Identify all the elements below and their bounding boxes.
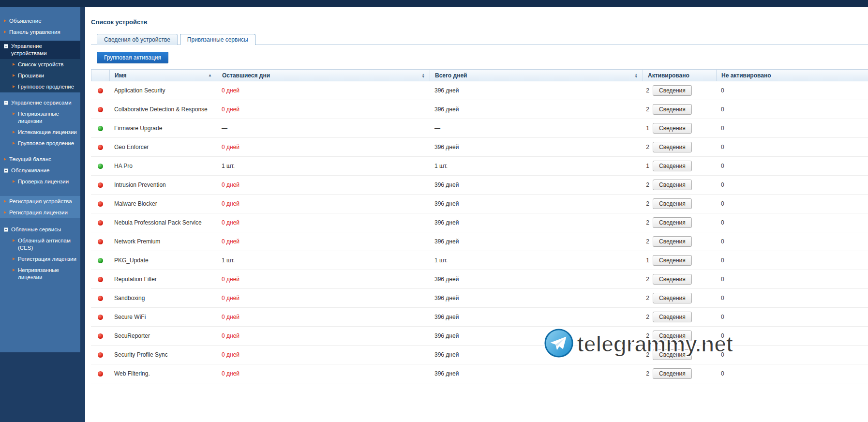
details-button[interactable]: Сведения	[653, 217, 692, 228]
sidebar-group-15[interactable]: Облачные сервисы	[0, 224, 80, 235]
collapse-icon[interactable]	[4, 101, 8, 105]
total-days: 1 шт.	[430, 163, 643, 169]
tab-1[interactable]: Привязанные сервисы	[180, 34, 255, 45]
remaining-days: 1 шт.	[217, 257, 430, 264]
remaining-days: 0 дней	[217, 295, 430, 301]
activated-count: 2	[643, 238, 649, 245]
details-button[interactable]: Сведения	[653, 180, 692, 190]
sidebar-group-2[interactable]: Управление устройствами	[0, 41, 80, 59]
details-button[interactable]: Сведения	[653, 142, 692, 152]
service-name: Secure WiFi	[109, 314, 217, 320]
details-button[interactable]: Сведения	[653, 293, 692, 303]
main-content: Список устройств Сведения об устройствеП…	[85, 7, 868, 422]
details-button[interactable]: Сведения	[653, 123, 692, 134]
activated-cell: 2Сведения	[643, 104, 716, 115]
status-dot-red	[98, 145, 103, 150]
total-days: 396 дней	[430, 314, 643, 320]
details-button[interactable]: Сведения	[653, 161, 692, 171]
top-bar	[0, 0, 868, 7]
column-header-2[interactable]: Оставшиеся дни▲▼	[217, 70, 430, 81]
details-button[interactable]: Сведения	[653, 255, 692, 266]
sidebar-item-16[interactable]: Облачный антиспам (CES)	[0, 235, 80, 254]
details-button[interactable]: Сведения	[653, 312, 692, 322]
sidebar-group-6[interactable]: Управление сервисами	[0, 97, 80, 108]
column-header-1[interactable]: Имя▲	[110, 70, 217, 81]
sidebar-item-9[interactable]: Групповое продление	[0, 138, 80, 149]
status-cell	[91, 88, 109, 93]
details-button[interactable]: Сведения	[653, 198, 692, 209]
activated-cell: 1Сведения	[643, 161, 716, 171]
column-header-3[interactable]: Всего дней▲▼	[430, 70, 643, 81]
sidebar-item-label: Объявление	[6, 17, 42, 25]
activated-cell: 2Сведения	[643, 293, 716, 303]
sidebar-item-label: Прошивки	[15, 72, 44, 79]
status-dot-red	[98, 239, 103, 244]
column-header-label: Не активировано	[721, 72, 771, 79]
group-activation-button[interactable]: Групповая активация	[97, 52, 168, 63]
sidebar-item-17[interactable]: Регистрация лицензии	[0, 254, 80, 265]
status-cell	[91, 296, 109, 301]
remaining-days: 0 дней	[217, 200, 430, 207]
sidebar-item-1[interactable]: Панель управления	[0, 27, 80, 38]
sidebar-item-14[interactable]: Регистрация лицензии	[0, 207, 80, 218]
total-days: 396 дней	[430, 144, 643, 151]
sort-asc-icon[interactable]: ▲	[208, 73, 212, 77]
activated-count: 2	[643, 144, 649, 151]
sidebar-item-label: Облачные сервисы	[8, 226, 61, 233]
not-activated-count: 0	[716, 351, 868, 358]
sidebar-item-label: Групповое продление	[15, 83, 74, 90]
table-row: Security Profile Sync0 дней396 дней2Свед…	[91, 346, 868, 364]
activated-count: 1	[643, 125, 649, 132]
total-days: 1 шт.	[430, 257, 643, 264]
activated-count: 2	[643, 276, 649, 283]
sort-icon[interactable]: ▲▼	[422, 73, 425, 78]
details-button[interactable]: Сведения	[653, 104, 692, 115]
sidebar-item-18[interactable]: Непривязанные лицензии	[0, 265, 80, 283]
table-row: Firmware Upgrade——1Сведения0	[91, 119, 868, 138]
column-header-5[interactable]: Не активировано	[717, 70, 868, 81]
sidebar-item-5[interactable]: Групповое продление	[0, 81, 80, 92]
tab-0[interactable]: Сведения об устройстве	[97, 34, 178, 45]
service-name: Nebula Professional Pack Service	[109, 219, 217, 226]
sidebar-divider	[80, 7, 85, 422]
sidebar-item-10[interactable]: Текущий баланс	[0, 154, 80, 165]
status-cell	[91, 145, 109, 150]
sidebar-group-11[interactable]: Обслуживание	[0, 165, 80, 176]
sidebar-item-0[interactable]: Объявление	[0, 15, 80, 27]
status-dot-red	[98, 333, 103, 339]
not-activated-count: 0	[716, 106, 868, 113]
service-name: Web Filtering.	[109, 370, 217, 377]
sidebar-item-label: Управление устройствами	[8, 43, 78, 57]
activated-count: 2	[643, 106, 649, 113]
devices-table: Имя▲Оставшиеся дни▲▼Всего дней▲▼Активиро…	[91, 69, 868, 383]
sidebar-item-label: Регистрация лицензии	[15, 256, 76, 263]
sidebar-item-12[interactable]: Проверка лицензии	[0, 176, 80, 187]
activated-count: 2	[643, 295, 649, 301]
sidebar-item-7[interactable]: Непривязанные лицензии	[0, 108, 80, 127]
details-button[interactable]: Сведения	[653, 85, 692, 96]
sidebar-bottom-fill	[0, 352, 80, 422]
sidebar-item-3[interactable]: Список устройств	[0, 59, 80, 70]
activated-count: 1	[643, 163, 649, 169]
not-activated-count: 0	[716, 219, 868, 226]
sidebar-item-4[interactable]: Прошивки	[0, 70, 80, 81]
activated-cell: 2Сведения	[643, 217, 716, 228]
details-button[interactable]: Сведения	[653, 236, 692, 247]
table-header-row: Имя▲Оставшиеся дни▲▼Всего дней▲▼Активиро…	[91, 69, 868, 81]
details-button[interactable]: Сведения	[653, 274, 692, 285]
remaining-days: 0 дней	[217, 314, 430, 320]
sort-icon[interactable]: ▲▼	[635, 73, 638, 78]
collapse-icon[interactable]	[4, 44, 8, 48]
sidebar-item-8[interactable]: Истекающие лицензии	[0, 127, 80, 138]
sidebar-item-13[interactable]: Регистрация устройства	[0, 196, 80, 207]
details-button[interactable]: Сведения	[653, 368, 692, 379]
column-header-4[interactable]: Активировано	[643, 70, 717, 81]
not-activated-count: 0	[716, 144, 868, 151]
collapse-icon[interactable]	[4, 227, 8, 232]
not-activated-count: 0	[716, 314, 868, 320]
status-cell	[91, 220, 109, 226]
table-row: HA Pro1 шт.1 шт.1Сведения0	[91, 157, 868, 176]
not-activated-count: 0	[716, 295, 868, 301]
collapse-icon[interactable]	[4, 168, 8, 173]
service-name: Collaborative Detection & Response	[109, 106, 217, 113]
